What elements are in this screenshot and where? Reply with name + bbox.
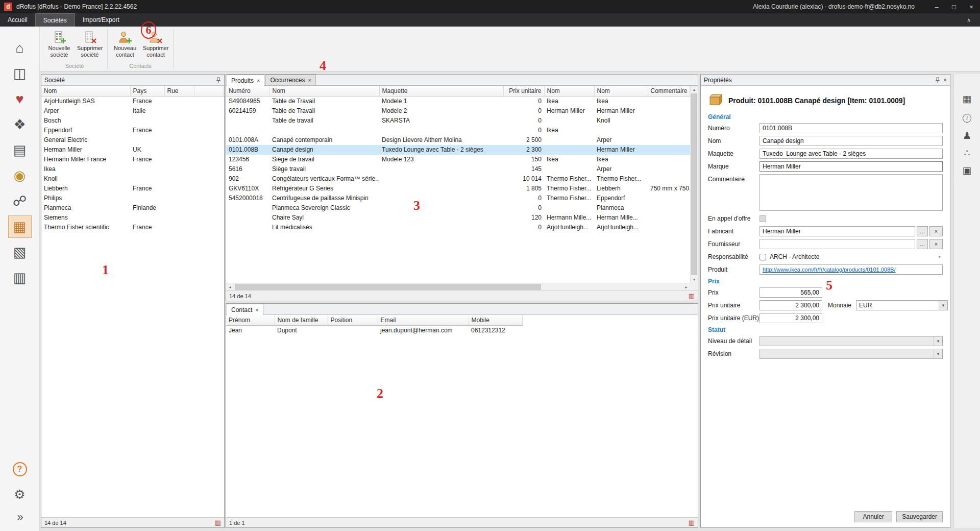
- tab-accueil[interactable]: Accueil: [0, 13, 35, 27]
- table-cell[interactable]: Modele 1: [379, 96, 503, 106]
- table-cell[interactable]: [648, 96, 690, 106]
- table-cell[interactable]: [164, 203, 194, 213]
- table-cell[interactable]: [328, 325, 378, 335]
- fabricant-browse-button[interactable]: …: [917, 226, 928, 236]
- rooms-icon[interactable]: ⌂: [8, 37, 32, 59]
- table-cell[interactable]: 902: [226, 174, 270, 184]
- table-cell[interactable]: 2 500: [503, 135, 544, 145]
- table-cell[interactable]: [164, 223, 194, 232]
- table-cell[interactable]: Ikea: [544, 96, 594, 106]
- table-cell[interactable]: France: [130, 96, 164, 106]
- numero-input[interactable]: [760, 123, 943, 133]
- table-cell[interactable]: [594, 126, 648, 135]
- close-icon[interactable]: ×: [308, 77, 311, 83]
- column-header[interactable]: Nom de famille: [275, 315, 328, 325]
- table-cell[interactable]: Ikea: [544, 126, 594, 135]
- nom-input[interactable]: [760, 136, 943, 146]
- table-cell[interactable]: Table de travail: [270, 116, 379, 126]
- scroll-left-icon[interactable]: ◄: [226, 283, 234, 291]
- table-cell[interactable]: [130, 116, 164, 126]
- table-cell[interactable]: Design Lievore Altherr Molina: [379, 135, 503, 145]
- nouveau-contact-button[interactable]: Nouveau contact: [110, 28, 140, 62]
- table-cell[interactable]: [164, 194, 194, 203]
- scroll-up-icon[interactable]: ▲: [691, 86, 698, 93]
- table-cell[interactable]: Congélateurs verticaux Forma™ série...: [270, 174, 379, 184]
- table-cell[interactable]: [226, 223, 270, 232]
- table-cell[interactable]: 120: [503, 213, 544, 223]
- table-cell[interactable]: [648, 135, 690, 145]
- table-cell[interactable]: [648, 126, 690, 135]
- nouvelle-societe-button[interactable]: Nouvelle société: [44, 28, 74, 62]
- table-cell[interactable]: Thermo Fisher...: [544, 174, 594, 184]
- table-row[interactable]: General Electric: [41, 135, 224, 145]
- table-cell[interactable]: [648, 116, 690, 126]
- niveau-detail-select[interactable]: ▾: [760, 336, 943, 346]
- table-cell[interactable]: 0612312312: [469, 325, 522, 335]
- table-cell[interactable]: 1 805: [503, 184, 544, 194]
- column-header[interactable]: Nom: [544, 86, 594, 96]
- chevron-down-icon[interactable]: ▾: [939, 301, 947, 310]
- table-row[interactable]: JeanDupontjean.dupont@herman.com06123123…: [226, 325, 522, 335]
- tab-occurrences[interactable]: Occurrences ×: [265, 75, 315, 85]
- table-cell[interactable]: 0: [503, 126, 544, 135]
- table-cell[interactable]: Finlande: [130, 203, 164, 213]
- table-row[interactable]: 60214159Table de TravailModele 20Herman …: [226, 106, 690, 116]
- table-row[interactable]: PlanmecaFinlande: [41, 203, 224, 213]
- table-cell[interactable]: S49084965: [226, 96, 270, 106]
- table-cell[interactable]: [379, 164, 503, 174]
- info-icon[interactable]: i: [959, 111, 975, 125]
- table-row[interactable]: 5616Siège travail145Arper: [226, 164, 690, 174]
- table-cell[interactable]: Planmeca: [41, 203, 130, 213]
- table-row[interactable]: GKV6110XRéfrigérateur G Series1 805Therm…: [226, 184, 690, 194]
- logistics-icon[interactable]: ☍: [8, 190, 32, 212]
- table-cell[interactable]: [130, 174, 164, 184]
- systems-icon[interactable]: ▧: [8, 241, 32, 263]
- table-cell[interactable]: Siège travail: [270, 164, 379, 174]
- reports-icon[interactable]: ▥: [8, 267, 32, 289]
- minimize-icon[interactable]: –: [928, 0, 945, 13]
- help-icon[interactable]: ?: [13, 462, 27, 476]
- table-cell[interactable]: [164, 135, 194, 145]
- prix-unitaire-input[interactable]: [760, 300, 822, 310]
- table-cell[interactable]: ArjoHuntleigh SAS: [41, 96, 130, 106]
- tab-contact[interactable]: Contact ×: [227, 304, 263, 315]
- table-cell[interactable]: 0: [503, 116, 544, 126]
- prix-unitaire-eur-input[interactable]: [760, 313, 822, 323]
- grid-export-icon[interactable]: ▥: [689, 292, 695, 300]
- table-cell[interactable]: 0: [503, 96, 544, 106]
- fournisseur-input[interactable]: [760, 239, 915, 249]
- table-cell[interactable]: Centrifugeuse de paillasse Minispin: [270, 194, 379, 203]
- table-cell[interactable]: [379, 184, 503, 194]
- table-cell[interactable]: ArjoHuntleigh...: [544, 223, 594, 232]
- table-cell[interactable]: [648, 155, 690, 164]
- column-header[interactable]: Numéro: [226, 86, 270, 96]
- table-cell[interactable]: Knoll: [41, 174, 130, 184]
- grid-export-icon[interactable]: ▥: [689, 519, 695, 526]
- table-cell[interactable]: Bosch: [41, 116, 130, 126]
- table-cell[interactable]: [130, 135, 164, 145]
- fabricant-input[interactable]: [760, 226, 915, 236]
- table-cell[interactable]: [379, 174, 503, 184]
- save-button[interactable]: Sauvegarder: [896, 511, 943, 522]
- table-cell[interactable]: [648, 174, 690, 184]
- monnaie-select[interactable]: EUR ▾: [856, 300, 948, 310]
- table-row[interactable]: 902Congélateurs verticaux Forma™ série..…: [226, 174, 690, 184]
- companies-icon[interactable]: ▦: [8, 215, 32, 238]
- chevron-down-icon[interactable]: ▾: [938, 254, 943, 259]
- table-cell[interactable]: France: [130, 223, 164, 232]
- cancel-button[interactable]: Annuler: [854, 511, 892, 522]
- table-cell[interactable]: [164, 213, 194, 223]
- table-cell[interactable]: [130, 164, 164, 174]
- table-cell[interactable]: Knoll: [594, 116, 648, 126]
- table-cell[interactable]: General Electric: [41, 135, 130, 145]
- table-cell[interactable]: Ikea: [41, 164, 130, 174]
- table-cell[interactable]: [164, 164, 194, 174]
- table-row[interactable]: Siemens: [41, 213, 224, 223]
- close-icon[interactable]: ×: [255, 307, 258, 313]
- table-row[interactable]: S49084965Table de TravailModele 10IkeaIk…: [226, 96, 690, 106]
- table-row[interactable]: ArperItalie: [41, 106, 224, 116]
- table-cell[interactable]: 10 014: [503, 174, 544, 184]
- table-cell[interactable]: 5452000018: [226, 194, 270, 203]
- table-cell[interactable]: [379, 223, 503, 232]
- table-cell[interactable]: [648, 106, 690, 116]
